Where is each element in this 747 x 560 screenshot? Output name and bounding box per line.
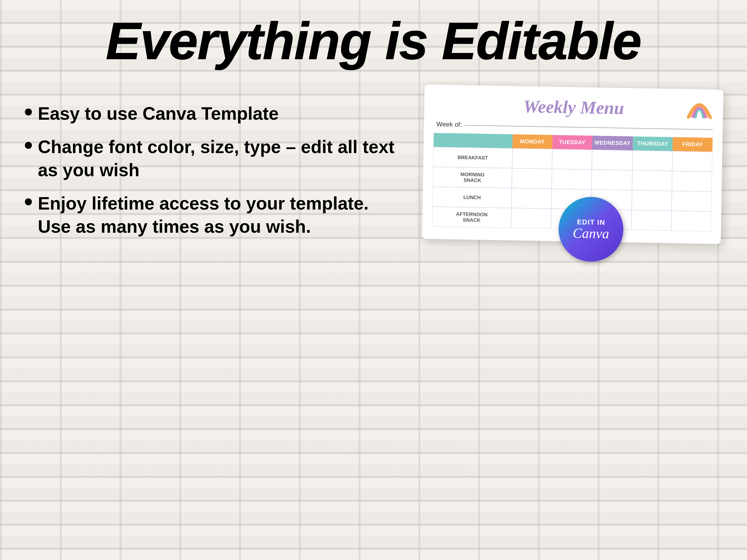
- title-word-everything: Everything: [106, 12, 371, 70]
- table-header-wednesday: WEDNESDAY: [592, 136, 633, 150]
- bullet-item-1: Easy to use Canva Template: [25, 97, 403, 130]
- cell-lunch-thu[interactable]: [632, 190, 672, 211]
- table-corner-cell: [434, 133, 512, 148]
- row-label-afternoon-snack: AFTERNOONSNACK: [432, 207, 511, 228]
- rainbow-icon: [686, 97, 713, 119]
- week-of-underline: [464, 125, 713, 130]
- bullet-text-1: Easy to use Canva Template: [38, 102, 279, 126]
- bullet-text-2: Change font color, size, type – edit all…: [38, 135, 403, 182]
- row-label-lunch: LUNCH: [433, 187, 512, 208]
- cell-asnack-thu[interactable]: [631, 210, 671, 231]
- cell-breakfast-wed[interactable]: [592, 150, 633, 170]
- bullet-dot-1: [25, 108, 32, 115]
- cell-msnack-wed[interactable]: [591, 169, 633, 190]
- content-wrapper: Everything is Editable Easy to use Canva…: [0, 0, 747, 560]
- svg-rect-1: [709, 115, 712, 119]
- cell-breakfast-fri[interactable]: [672, 151, 713, 172]
- menu-card-header: Weekly Menu: [434, 95, 713, 120]
- bullet-dot-2: [25, 142, 32, 149]
- bullet-item-3: Enjoy lifetime access to your template. …: [25, 187, 403, 243]
- canva-logo-text: Canva: [573, 226, 609, 241]
- table-header-friday: FRIDAY: [673, 137, 713, 152]
- main-layout: Easy to use Canva Template Change font c…: [25, 87, 722, 243]
- title-word-is: is: [385, 12, 428, 70]
- menu-title: Weekly Menu: [523, 96, 624, 119]
- bullet-text-3: Enjoy lifetime access to your template. …: [38, 192, 403, 238]
- cell-breakfast-mon[interactable]: [512, 148, 552, 169]
- row-label-morning-snack: MORNINGSNACK: [433, 167, 512, 188]
- cell-msnack-mon[interactable]: [512, 168, 552, 189]
- menu-card: Weekly Menu Week of:: [422, 85, 724, 244]
- cell-breakfast-tue[interactable]: [552, 149, 592, 170]
- cell-msnack-tue[interactable]: [551, 169, 592, 190]
- cell-asnack-mon[interactable]: [511, 208, 551, 229]
- right-panel: Weekly Menu Week of:: [423, 87, 722, 241]
- cell-lunch-mon[interactable]: [511, 188, 551, 209]
- main-title: Everything is Editable: [106, 15, 641, 67]
- row-label-breakfast: BREAKFAST: [433, 147, 512, 168]
- left-panel: Easy to use Canva Template Change font c…: [25, 87, 403, 243]
- week-of-line: Week of:: [434, 120, 713, 133]
- table-header-thursday: THURSDAY: [633, 136, 673, 151]
- svg-rect-0: [687, 115, 690, 119]
- cell-msnack-thu[interactable]: [632, 170, 672, 191]
- cell-asnack-fri[interactable]: [671, 211, 711, 232]
- cell-lunch-fri[interactable]: [672, 191, 712, 212]
- cell-msnack-fri[interactable]: [672, 171, 712, 192]
- week-of-label: Week of:: [436, 120, 462, 128]
- title-word-editable: Editable: [442, 12, 641, 70]
- bullet-dot-3: [25, 198, 32, 205]
- table-header-monday: MONDAY: [512, 134, 552, 149]
- table-header-tuesday: TUESDAY: [552, 135, 592, 150]
- bullet-item-2: Change font color, size, type – edit all…: [25, 130, 403, 187]
- bullet-list: Easy to use Canva Template Change font c…: [25, 97, 403, 243]
- cell-breakfast-thu[interactable]: [633, 150, 673, 171]
